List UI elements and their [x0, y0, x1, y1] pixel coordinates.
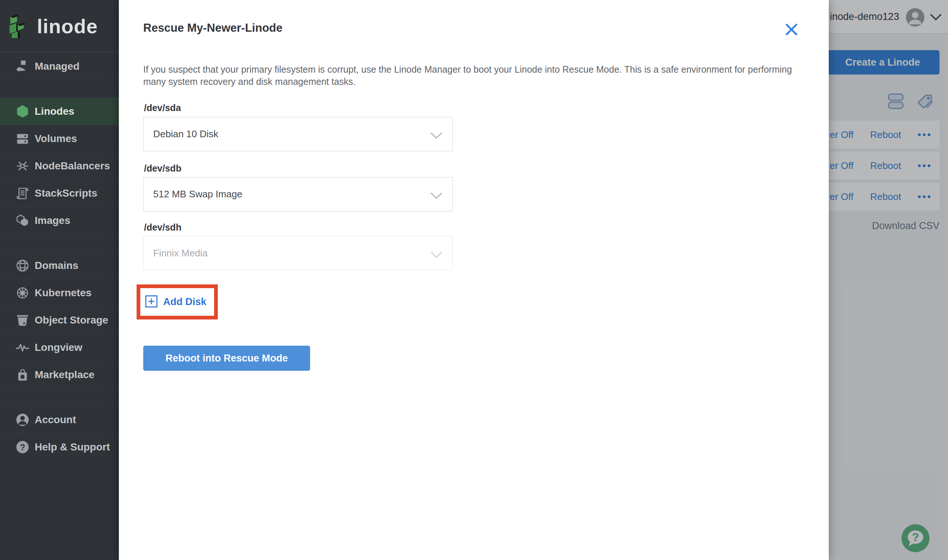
sdb-select[interactable]: 512 MB Swap Image	[143, 177, 453, 211]
sidebar-divider	[0, 80, 133, 97]
plus-square-icon	[145, 295, 158, 309]
field-label-sdb: /dev/sdb	[144, 163, 181, 174]
domains-icon	[10, 258, 35, 272]
linode-cloud-manager: linode Managed Linodes Volumes NodeB	[0, 0, 948, 560]
volumes-icon	[10, 132, 35, 146]
stackscripts-icon	[10, 186, 35, 200]
sidebar-item-label: Managed	[35, 60, 79, 72]
longview-icon	[10, 340, 35, 354]
sidebar-item-label: Object Storage	[35, 314, 108, 326]
linodes-icon	[10, 105, 35, 118]
sdb-select-value: 512 MB Swap Image	[153, 189, 242, 200]
sidebar-item-marketplace[interactable]: Marketplace	[0, 361, 133, 388]
images-icon	[10, 214, 35, 228]
sidebar-divider	[0, 388, 133, 406]
sidebar-item-label: Images	[35, 215, 71, 226]
sidebar-item-label: Longview	[35, 342, 82, 354]
close-icon[interactable]	[783, 21, 800, 38]
sda-select[interactable]: Debian 10 Disk	[143, 117, 453, 151]
sidebar-item-stackscripts[interactable]: StackScripts	[0, 179, 133, 206]
add-disk-button[interactable]: Add Disk	[140, 288, 214, 316]
reboot-button-label: Reboot into Rescue Mode	[165, 353, 288, 364]
linode-logo[interactable]: linode	[0, 0, 133, 52]
modal-description: If you suspect that your primary filesys…	[143, 63, 798, 88]
sidebar-item-kubernetes[interactable]: Kubernetes	[0, 279, 133, 306]
sidebar-item-managed[interactable]: Managed	[0, 52, 133, 80]
sidebar-item-label: Domains	[35, 260, 78, 272]
sdh-select-value: Finnix Media	[153, 248, 208, 259]
linode-logo-icon	[8, 14, 31, 39]
sidebar-item-account[interactable]: Account	[0, 406, 133, 433]
highlight-annotation: Add Disk	[137, 285, 218, 320]
kubernetes-icon	[10, 286, 35, 300]
sidebar-item-linodes[interactable]: Linodes	[0, 97, 133, 125]
sidebar-item-label: Kubernetes	[35, 287, 91, 299]
rescue-modal: Rescue My-Newer-Linode If you suspect th…	[119, 0, 829, 560]
sidebar-item-help-support[interactable]: ? Help & Support	[0, 433, 133, 460]
nodebalancers-icon	[10, 159, 35, 173]
sidebar-item-label: Help & Support	[35, 441, 110, 453]
chevron-down-icon	[430, 131, 442, 142]
reboot-into-rescue-mode-button[interactable]: Reboot into Rescue Mode	[143, 346, 310, 371]
sidebar-item-images[interactable]: Images	[0, 206, 133, 234]
sdh-select-disabled: Finnix Media	[143, 236, 453, 271]
sidebar-item-label: Account	[35, 414, 76, 426]
marketplace-icon	[10, 368, 35, 382]
sidebar-divider	[0, 234, 133, 252]
sidebar-item-object-storage[interactable]: Object Storage	[0, 306, 133, 334]
logo-wordmark: linode	[37, 15, 98, 38]
sidebar-item-label: Linodes	[35, 106, 74, 117]
sidebar-item-label: Volumes	[35, 133, 77, 145]
help-icon: ?	[10, 440, 35, 454]
chevron-down-icon	[430, 250, 442, 261]
object-storage-icon	[10, 313, 35, 327]
sidebar-item-label: StackScripts	[35, 188, 97, 199]
account-icon	[10, 412, 35, 427]
sidebar-item-nodebalancers[interactable]: NodeBalancers	[0, 152, 133, 179]
sidebar-item-domains[interactable]: Domains	[0, 252, 133, 279]
sidebar: linode Managed Linodes Volumes NodeB	[0, 0, 133, 560]
svg-text:?: ?	[20, 442, 25, 452]
field-label-sda: /dev/sda	[144, 103, 181, 113]
field-label-sdh: /dev/sdh	[144, 222, 181, 233]
managed-icon	[10, 59, 35, 74]
sidebar-item-label: Marketplace	[35, 369, 94, 381]
add-disk-label: Add Disk	[163, 296, 207, 308]
sidebar-item-label: NodeBalancers	[35, 160, 110, 172]
sda-select-value: Debian 10 Disk	[153, 128, 218, 140]
chevron-down-icon	[430, 191, 442, 202]
modal-title: Rescue My-Newer-Linode	[143, 22, 282, 35]
sidebar-item-volumes[interactable]: Volumes	[0, 125, 133, 152]
sidebar-item-longview[interactable]: Longview	[0, 334, 133, 361]
